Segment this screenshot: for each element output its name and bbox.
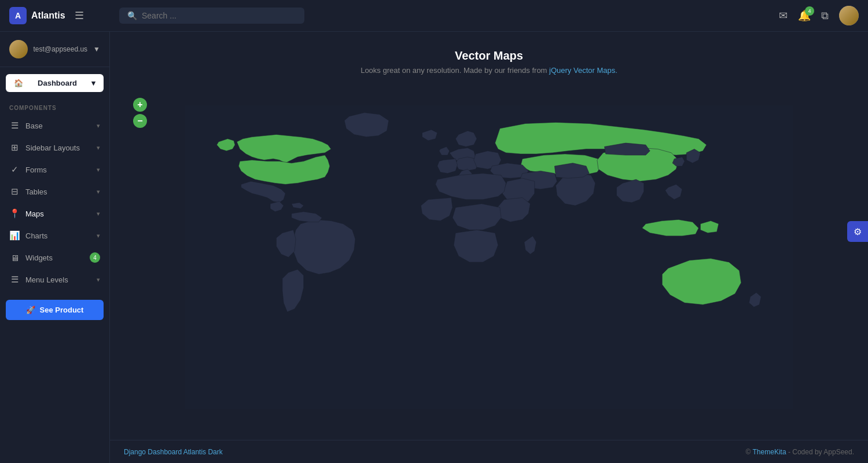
- map-title: Vector Maps: [455, 49, 523, 63]
- layers-icon[interactable]: ⧉: [821, 10, 829, 22]
- sidebar-item-maps-label: Maps: [25, 210, 91, 218]
- base-chevron-icon: ▾: [97, 122, 100, 130]
- map-wrapper: + −: [122, 86, 856, 428]
- sidebar-item-widgets-label: Widgets: [25, 253, 84, 262]
- sidebar-item-menu-levels-label: Menu Levels: [25, 275, 91, 284]
- widgets-badge: 4: [90, 252, 100, 263]
- layout: test@appseed.us ▼ 🏠 Dashboard ▾ COMPONEN…: [0, 32, 868, 463]
- menu-levels-chevron-icon: ▾: [97, 276, 100, 284]
- see-product-icon: 🚀: [26, 306, 35, 314]
- see-product-label: See Product: [40, 306, 84, 314]
- sidebar: test@appseed.us ▼ 🏠 Dashboard ▾ COMPONEN…: [0, 32, 110, 463]
- maps-icon: 📍: [9, 208, 20, 219]
- footer-right-text: © ThemeKita - Coded by AppSeed.: [746, 448, 854, 456]
- brand: A Atlantis ☰: [9, 7, 119, 24]
- footer-coded-text: - Coded by AppSeed.: [788, 448, 854, 456]
- topnav: A Atlantis ☰ 🔍 ✉ 🔔 4 ⧉: [0, 0, 868, 32]
- charts-chevron-icon: ▾: [97, 232, 100, 240]
- dashboard-label: Dashboard: [38, 79, 77, 87]
- main-content: Vector Maps Looks great on any resolutio…: [110, 32, 868, 463]
- map-subtitle: Looks great on any resolution. Made by o…: [361, 66, 617, 75]
- sidebar-item-charts[interactable]: 📊 Charts ▾: [0, 225, 109, 247]
- tables-chevron-icon: ▾: [97, 188, 100, 196]
- see-product-button[interactable]: 🚀 See Product: [6, 300, 104, 320]
- sidebar-user[interactable]: test@appseed.us ▼: [0, 32, 109, 67]
- jquery-vector-maps-link[interactable]: jQuery Vector Maps.: [549, 66, 617, 75]
- map-container: Vector Maps Looks great on any resolutio…: [110, 32, 868, 440]
- base-icon: ☰: [9, 120, 20, 131]
- maps-chevron-icon: ▾: [97, 210, 100, 218]
- menu-levels-icon: ☰: [9, 274, 20, 285]
- search-input[interactable]: [142, 11, 296, 20]
- sidebar-item-maps[interactable]: 📍 Maps ▾: [0, 203, 109, 225]
- forms-icon: ✓: [9, 164, 20, 175]
- avatar-image: [839, 6, 859, 25]
- dashboard-button[interactable]: 🏠 Dashboard ▾: [6, 74, 104, 92]
- sidebar-item-widgets[interactable]: 🖥 Widgets 4: [0, 247, 109, 269]
- widgets-icon: 🖥: [9, 253, 20, 263]
- sidebar-item-base[interactable]: ☰ Base ▾: [0, 115, 109, 137]
- sidebar-item-sidebar-layouts[interactable]: ⊞ Sidebar Layouts ▾: [0, 137, 109, 159]
- sidebar-item-tables-label: Tables: [25, 188, 91, 196]
- search-bar: 🔍: [119, 8, 304, 24]
- search-icon: 🔍: [127, 11, 137, 20]
- components-label: COMPONENTS: [0, 99, 109, 115]
- user-chevron-icon: ▼: [93, 45, 100, 53]
- avatar[interactable]: [839, 6, 859, 25]
- topnav-right: ✉ 🔔 4 ⧉: [779, 6, 859, 25]
- notification-badge: 4: [805, 6, 814, 16]
- sidebar-item-base-label: Base: [25, 122, 91, 130]
- brand-name: Atlantis: [31, 10, 65, 21]
- sidebar-item-menu-levels[interactable]: ☰ Menu Levels ▾: [0, 269, 109, 291]
- sidebar-item-sidebar-layouts-label: Sidebar Layouts: [25, 144, 91, 152]
- sidebar-layouts-icon: ⊞: [9, 142, 20, 153]
- sidebar-item-charts-label: Charts: [25, 232, 91, 240]
- settings-icon: ⚙: [854, 226, 862, 237]
- user-email: test@appseed.us: [34, 45, 88, 53]
- tables-icon: ⊟: [9, 186, 20, 197]
- forms-chevron-icon: ▾: [97, 166, 100, 174]
- sidebar-item-tables[interactable]: ⊟ Tables ▾: [0, 181, 109, 203]
- notification-icon[interactable]: 🔔 4: [798, 9, 811, 22]
- zoom-controls: + −: [133, 98, 147, 128]
- mail-icon[interactable]: ✉: [779, 9, 788, 22]
- dashboard-chevron-icon: ▾: [91, 79, 95, 87]
- footer-brand-link[interactable]: ThemeKita: [753, 448, 786, 456]
- footer: Django Dashboard Atlantis Dark © ThemeKi…: [110, 440, 868, 463]
- brand-logo: A: [9, 7, 27, 24]
- charts-icon: 📊: [9, 230, 20, 241]
- world-map: [185, 105, 793, 409]
- sidebar-item-forms[interactable]: ✓ Forms ▾: [0, 159, 109, 181]
- zoom-out-button[interactable]: −: [133, 114, 147, 128]
- zoom-in-button[interactable]: +: [133, 98, 147, 112]
- sidebar-item-forms-label: Forms: [25, 166, 91, 174]
- footer-left-link[interactable]: Django Dashboard Atlantis Dark: [124, 448, 223, 456]
- user-avatar: [9, 40, 28, 58]
- sidebar-layouts-chevron-icon: ▾: [97, 144, 100, 152]
- settings-button[interactable]: ⚙: [847, 221, 868, 242]
- dashboard-home-icon: 🏠: [14, 79, 23, 87]
- hamburger-icon[interactable]: ☰: [75, 9, 84, 22]
